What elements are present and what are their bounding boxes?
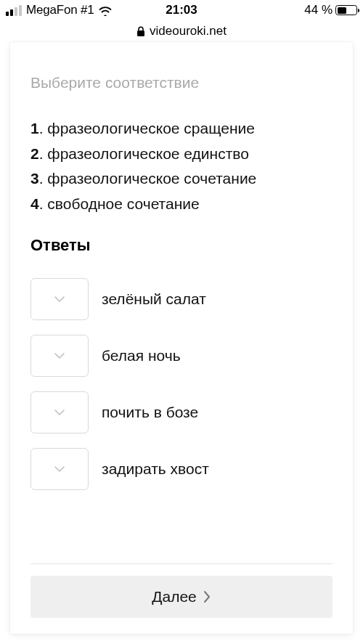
chevron-down-icon [54,465,65,473]
divider [30,563,333,564]
answer-label: почить в бозе [102,404,198,421]
answer-dropdown[interactable] [30,448,89,490]
answer-row: зелёный салат [30,278,333,320]
url-text: videouroki.net [150,24,227,38]
next-button-label: Далее [152,588,197,606]
answer-label: белая ночь [102,347,181,364]
answer-row: почить в бозе [30,391,333,433]
wifi-icon [98,5,113,16]
answer-label: зелёный салат [102,290,206,308]
battery-icon [335,5,357,15]
definition-item: 2. фразеологическое единство [30,142,333,167]
answer-label: задирать хвост [102,460,209,478]
next-button[interactable]: Далее [30,576,333,618]
definition-item: 4. свободное сочетание [30,192,333,217]
answer-dropdown[interactable] [30,278,89,320]
answer-row: белая ночь [30,335,333,377]
chevron-down-icon [54,352,65,359]
lock-icon [136,26,145,37]
instruction-text: Выберите соответствие [30,74,333,91]
chevron-right-icon [203,590,211,603]
definition-item: 1. фразеологическое сращение [30,116,333,142]
svg-rect-0 [137,30,144,36]
answer-dropdown[interactable] [30,391,89,433]
carrier-label: MegaFon #1 [26,3,94,17]
answers-list: зелёный салат белая ночь почить в бозе [30,278,333,490]
answer-row: задирать хвост [30,448,333,490]
chevron-down-icon [54,295,65,303]
battery-percentage: 44 % [304,3,333,17]
answers-heading: Ответы [30,236,333,255]
quiz-card: Выберите соответствие 1. фразеологическо… [10,42,353,634]
status-bar: MegaFon #1 21:03 44 % [0,0,363,20]
definitions-list: 1. фразеологическое сращение 2. фразеоло… [30,116,333,217]
signal-icon [6,5,22,16]
answer-dropdown[interactable] [30,335,89,377]
clock: 21:03 [166,3,197,17]
definition-item: 3. фразеологическое сочетание [30,166,333,192]
chevron-down-icon [54,409,65,416]
browser-url-bar[interactable]: videouroki.net [0,20,363,42]
